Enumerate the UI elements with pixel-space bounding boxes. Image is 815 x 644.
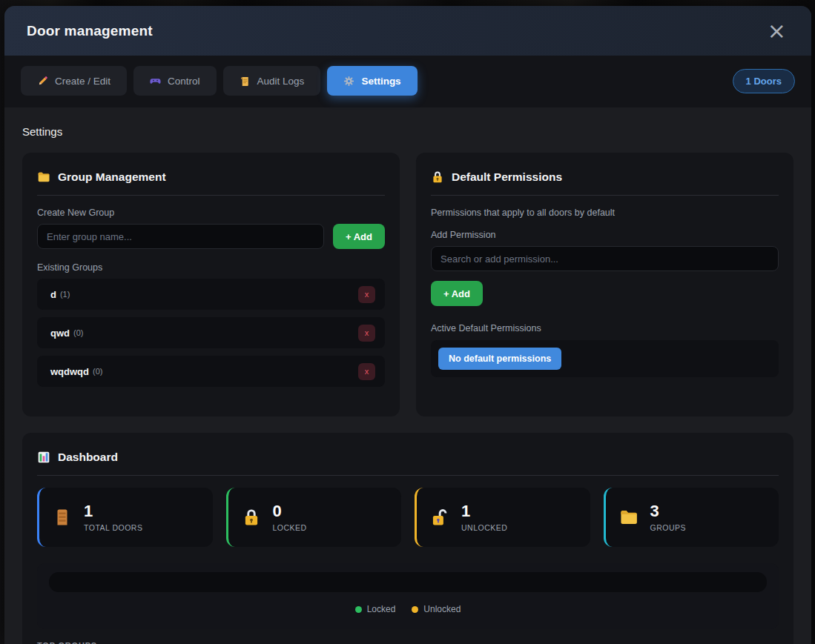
add-group-button[interactable]: + Add: [333, 224, 385, 249]
delete-group-button[interactable]: x: [358, 286, 375, 303]
stat-label: UNLOCKED: [461, 523, 507, 532]
group-list-item: wqdwqd (0) x: [37, 356, 385, 387]
bar-chart-icon: [37, 451, 50, 464]
page-title: Settings: [22, 125, 793, 138]
create-group-row: + Add: [37, 224, 385, 249]
group-management-header: Group Management: [37, 170, 385, 196]
controller-icon: [150, 76, 161, 87]
group-list: d (1) x qwd (0) x wqdwqd (0) x: [37, 279, 385, 387]
tab-create-edit[interactable]: Create / Edit: [21, 66, 127, 96]
doors-count-badge: 1 Doors: [733, 69, 795, 93]
group-door-count: (0): [93, 367, 102, 376]
door-icon: [53, 508, 72, 527]
lock-key-icon: [431, 170, 444, 184]
create-group-label: Create New Group: [37, 208, 385, 218]
close-icon[interactable]: ×: [765, 20, 789, 42]
lock-status-bar: [49, 572, 767, 592]
gear-icon: [343, 76, 354, 87]
legend-label: Unlocked: [423, 604, 461, 614]
active-permissions-label: Active Default Permissions: [431, 323, 779, 333]
tab-bar: Create / Edit Control Audit Logs Setting…: [4, 56, 811, 107]
top-groups-label: TOP GROUPS: [37, 641, 779, 644]
permissions-description: Permissions that apply to all doors by d…: [431, 208, 779, 218]
group-name: qwd: [50, 328, 70, 339]
door-management-modal: Door management × Create / Edit Control …: [4, 6, 811, 644]
modal-header: Door management ×: [4, 6, 811, 56]
group-management-panel: Group Management Create New Group + Add …: [22, 153, 400, 416]
active-permissions-box: No default permissions: [431, 340, 779, 377]
group-name-input[interactable]: [37, 224, 324, 249]
no-permissions-badge: No default permissions: [438, 348, 561, 370]
stat-card: 1 TOTAL DOORS: [37, 488, 213, 547]
group-list-item: qwd (0) x: [37, 317, 385, 348]
dashboard-title: Dashboard: [58, 451, 118, 464]
stat-card: 0 LOCKED: [226, 488, 402, 547]
legend-item: Locked: [355, 604, 396, 614]
group-door-count: (0): [73, 328, 83, 337]
legend-dot-icon: [355, 606, 362, 613]
modal-title: Door management: [27, 23, 153, 39]
lock-closed-icon: [242, 508, 261, 527]
legend-dot-icon: [412, 606, 418, 613]
legend-item: Unlocked: [412, 604, 461, 614]
folder-icon: [619, 508, 639, 527]
group-name: d: [50, 289, 56, 300]
stat-card: 3 GROUPS: [604, 488, 779, 547]
dashboard-panel: Dashboard 1 TOTAL DOORS 0 LOCKED 1 UNLOC…: [22, 433, 793, 644]
tab-control[interactable]: Control: [133, 66, 217, 96]
scroll-icon: [240, 76, 251, 87]
group-list-item: d (1) x: [37, 279, 385, 310]
stat-value: 3: [650, 502, 687, 520]
stat-card: 1 UNLOCKED: [415, 488, 590, 547]
delete-group-button[interactable]: x: [358, 325, 375, 342]
stat-label: GROUPS: [650, 523, 687, 532]
stat-label: LOCKED: [273, 523, 307, 532]
existing-groups-label: Existing Groups: [37, 262, 385, 273]
add-permission-label: Add Permission: [431, 230, 779, 240]
stat-value: 1: [84, 502, 142, 520]
delete-group-button[interactable]: x: [358, 363, 375, 380]
default-permissions-panel: Default Permissions Permissions that app…: [416, 153, 793, 416]
folder-icon: [37, 170, 50, 184]
group-door-count: (1): [60, 290, 70, 299]
default-permissions-title: Default Permissions: [452, 170, 562, 184]
add-permission-button[interactable]: + Add: [431, 281, 483, 306]
permission-search-input[interactable]: [431, 246, 779, 271]
modal-body: Settings Group Management Create New Gro…: [4, 107, 811, 644]
stat-label: TOTAL DOORS: [84, 523, 142, 532]
dashboard-header: Dashboard: [37, 451, 779, 476]
stat-value: 0: [273, 502, 307, 520]
default-permissions-header: Default Permissions: [431, 170, 779, 196]
stat-cards: 1 TOTAL DOORS 0 LOCKED 1 UNLOCKED 3 GROU…: [37, 488, 779, 547]
tab-audit-logs[interactable]: Audit Logs: [223, 66, 321, 96]
tab-settings[interactable]: Settings: [327, 66, 417, 96]
lock-status-chart: Locked Unlocked: [37, 563, 779, 629]
group-management-title: Group Management: [58, 170, 166, 184]
group-name: wqdwqd: [50, 366, 89, 377]
pencil-icon: [37, 76, 48, 87]
settings-panels: Group Management Create New Group + Add …: [22, 153, 793, 416]
legend-label: Locked: [367, 604, 396, 614]
chart-legend: Locked Unlocked: [49, 604, 767, 614]
stat-value: 1: [461, 502, 507, 520]
lock-open-icon: [430, 508, 449, 527]
